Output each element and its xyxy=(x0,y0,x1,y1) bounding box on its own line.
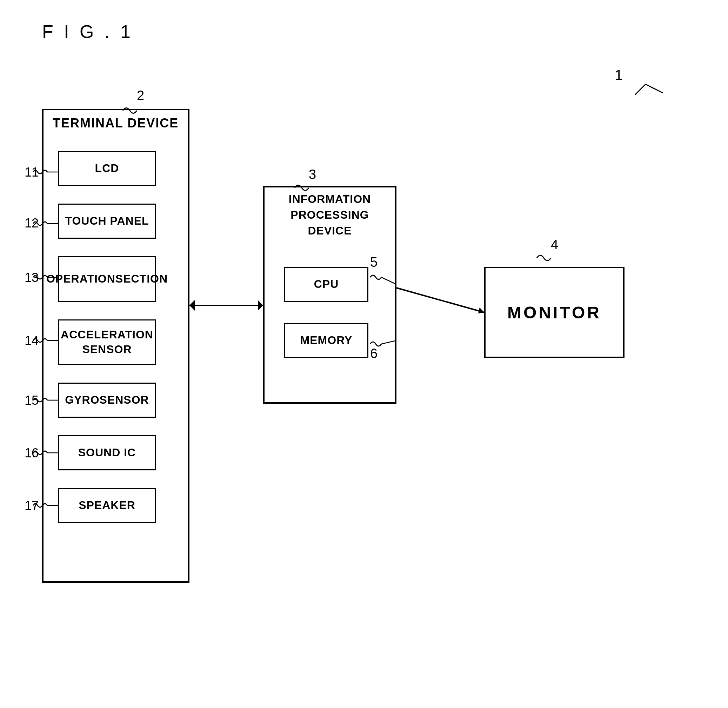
gyrosensor-box: GYROSENSOR xyxy=(58,383,156,418)
ref-12: 12 xyxy=(25,216,39,231)
lcd-box: LCD xyxy=(58,151,156,186)
ref-16: 16 xyxy=(25,446,39,460)
svg-text:3: 3 xyxy=(309,167,316,182)
info-processing-label: INFORMATIONPROCESSINGDEVICE xyxy=(272,191,388,238)
cpu-box: CPU xyxy=(284,267,368,302)
svg-marker-13 xyxy=(190,300,195,310)
ref-11: 11 xyxy=(25,165,39,180)
ref-17: 17 xyxy=(25,498,39,513)
memory-box: MEMORY xyxy=(284,323,368,358)
ref-14: 14 xyxy=(25,334,39,348)
ref-15: 15 xyxy=(25,393,39,408)
touch-panel-box: TOUCH PANEL xyxy=(58,204,156,239)
terminal-device-label: TERMINAL DEVICE xyxy=(53,116,179,131)
svg-line-1 xyxy=(635,84,646,95)
sound-ic-box: SOUND IC xyxy=(58,435,156,470)
svg-line-0 xyxy=(646,84,663,93)
svg-marker-14 xyxy=(258,300,263,310)
figure-label: F I G . 1 xyxy=(42,21,133,42)
monitor-box: MONITOR xyxy=(484,267,624,358)
ref-13: 13 xyxy=(25,270,39,285)
svg-text:4: 4 xyxy=(551,237,558,252)
speaker-box: SPEAKER xyxy=(58,488,156,523)
svg-text:2: 2 xyxy=(137,88,144,103)
svg-line-15 xyxy=(397,288,484,312)
acceleration-sensor-box: ACCELERATIONSENSOR xyxy=(58,319,156,365)
svg-marker-16 xyxy=(478,308,484,313)
ref-1: 1 xyxy=(615,67,623,84)
operation-section-box: OPERATIONSECTION xyxy=(58,256,156,302)
